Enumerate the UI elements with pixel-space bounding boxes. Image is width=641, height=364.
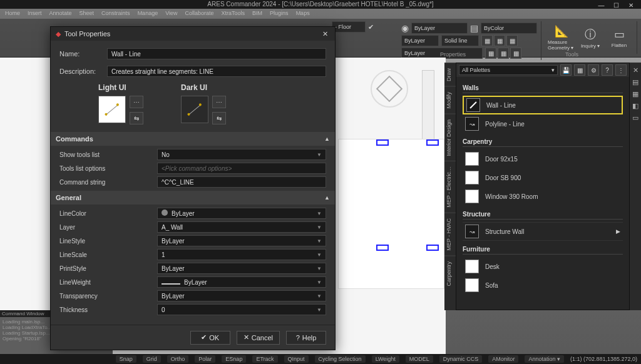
dark-ui-preview[interactable] bbox=[181, 96, 208, 123]
tab-annotate[interactable]: Annotate bbox=[49, 10, 72, 18]
help-button[interactable]: ?Help bbox=[286, 331, 326, 345]
strip-icon-2[interactable]: ▤ bbox=[632, 78, 638, 86]
cancel-button[interactable]: ✕Cancel bbox=[237, 331, 280, 345]
props-btn-3[interactable]: ▦ bbox=[506, 35, 518, 46]
close-icon: ✕ bbox=[244, 333, 249, 341]
sb-esnap[interactable]: ESnap bbox=[222, 355, 246, 363]
props-btn-4[interactable]: ▦ bbox=[485, 48, 496, 59]
strip-icon-4[interactable]: ◧ bbox=[632, 102, 638, 110]
sb-etrack[interactable]: ETrack bbox=[252, 355, 277, 363]
pal-item-wall-line[interactable]: Wall - Line bbox=[463, 96, 623, 114]
printstyle-dropdown[interactable]: ByLayer▼ bbox=[157, 263, 326, 274]
sb-ortho[interactable]: Ortho bbox=[167, 355, 189, 363]
strip-icon-1[interactable]: ✕ bbox=[633, 66, 638, 74]
lineweight-dropdown[interactable]: ByLayer▼ bbox=[157, 276, 326, 288]
sb-amonitor[interactable]: AMonitor bbox=[488, 355, 518, 363]
commands-section-header[interactable]: Commands▲ bbox=[51, 132, 335, 146]
vtab-mep-hvac[interactable]: MEP - HVAC bbox=[444, 213, 456, 256]
window-icon bbox=[465, 190, 479, 203]
flatten-button[interactable]: ▭Flatten bbox=[605, 23, 633, 53]
light-ui-browse-button[interactable]: ⋯ bbox=[130, 96, 143, 108]
view-cube[interactable] bbox=[371, 70, 408, 108]
tab-bim[interactable]: BIM bbox=[252, 10, 262, 18]
linecolor-dropdown[interactable]: ByLayer▼ bbox=[157, 208, 326, 219]
sb-grid[interactable]: Grid bbox=[143, 355, 161, 363]
props-btn-6[interactable]: ▦ bbox=[510, 48, 521, 59]
description-input[interactable]: Creates straight line segments: LINE bbox=[107, 66, 326, 77]
vtab-interior[interactable]: Interior Design bbox=[444, 114, 456, 161]
dark-ui-sync-button[interactable]: ⇆ bbox=[212, 112, 226, 124]
vtab-modify[interactable]: Modify bbox=[444, 86, 456, 114]
pal-item-structure-wall[interactable]: ↝ Structure Wall ▶ bbox=[463, 222, 623, 241]
dark-ui-browse-button[interactable]: ⋯ bbox=[212, 96, 226, 108]
palette-help-button[interactable]: ? bbox=[602, 64, 613, 76]
tab-xtratools[interactable]: XtraTools bbox=[222, 10, 245, 18]
pal-item-door92[interactable]: Door 92x15 bbox=[463, 149, 623, 168]
check-icon: ✔ bbox=[201, 333, 207, 341]
transparency-dropdown[interactable]: ByLayer▼ bbox=[157, 290, 326, 301]
vtab-draw[interactable]: Draw bbox=[444, 63, 456, 86]
flatten-icon: ▭ bbox=[614, 28, 625, 41]
tab-collaborate[interactable]: Collaborate bbox=[185, 10, 214, 18]
bycolor-dropdown[interactable]: ByColor bbox=[481, 23, 537, 34]
bylayer-color-dropdown[interactable]: ByLayer bbox=[411, 23, 468, 34]
props-btn-2[interactable]: ▦ bbox=[494, 35, 505, 46]
sofa-icon bbox=[465, 278, 479, 292]
solidline-dropdown[interactable]: Solid line bbox=[441, 35, 479, 46]
ribbon-group-properties: Properties bbox=[440, 51, 466, 58]
pal-item-polyline[interactable]: ↝ Polyline - Line bbox=[463, 114, 623, 133]
sb-polar[interactable]: Polar bbox=[195, 355, 215, 363]
name-input[interactable]: Wall - Line bbox=[107, 48, 326, 59]
ok-button[interactable]: ✔OK bbox=[190, 331, 230, 345]
show-tools-label: Show tools list bbox=[59, 151, 157, 158]
tab-sheet[interactable]: Sheet bbox=[79, 10, 95, 18]
pal-item-doorsb[interactable]: Door SB 900 bbox=[463, 168, 623, 187]
strip-icon-5[interactable]: ▭ bbox=[632, 114, 638, 122]
layer-dropdown[interactable]: A_ Wall▼ bbox=[157, 221, 326, 233]
floor-dropdown[interactable]: - Floor bbox=[332, 21, 366, 33]
tab-constraints[interactable]: Constraints bbox=[101, 10, 130, 18]
palette-selector[interactable]: All Palettes▾ bbox=[459, 65, 558, 75]
sb-model[interactable]: MODEL bbox=[406, 355, 433, 363]
pal-item-desk[interactable]: Desk bbox=[463, 257, 623, 276]
strip-icon-3[interactable]: ▦ bbox=[632, 90, 638, 98]
palette-save-button[interactable]: 💾 bbox=[560, 64, 572, 76]
tab-manage[interactable]: Manage bbox=[138, 10, 158, 18]
props-btn-5[interactable]: ▦ bbox=[498, 48, 509, 59]
thickness-dropdown[interactable]: 0▼ bbox=[157, 304, 326, 315]
pal-item-window[interactable]: Window 390 Room bbox=[463, 187, 623, 206]
general-section-header[interactable]: General▲ bbox=[51, 191, 335, 205]
sb-cycling[interactable]: Cycling Selection bbox=[315, 355, 366, 363]
door-icon bbox=[465, 152, 479, 166]
tab-insert[interactable]: Insert bbox=[28, 10, 42, 18]
name-label: Name: bbox=[59, 50, 107, 58]
tab-view[interactable]: View bbox=[165, 10, 177, 18]
vtab-mep-electric[interactable]: MEP - Electric… bbox=[444, 161, 456, 213]
linestyle-dropdown[interactable]: ByLayer▼ bbox=[157, 235, 326, 246]
sb-dynccs[interactable]: Dynamic CCS bbox=[439, 355, 483, 363]
props-btn-1[interactable]: ▦ bbox=[481, 35, 493, 46]
vtab-carpentry[interactable]: Carpentry bbox=[444, 256, 456, 291]
tab-plugins[interactable]: Plugins bbox=[270, 10, 289, 18]
inquiry-button[interactable]: ⓘInquiry ▾ bbox=[577, 23, 604, 53]
tab-home[interactable]: Home bbox=[5, 10, 20, 18]
command-string-input[interactable]: ^C^C_LINE bbox=[157, 176, 326, 188]
palette-menu-button[interactable]: ⋮ bbox=[615, 64, 627, 76]
sb-qinput[interactable]: QInput bbox=[284, 355, 309, 363]
pal-item-sofa[interactable]: Sofa bbox=[463, 276, 623, 295]
tab-maps[interactable]: Maps bbox=[296, 10, 310, 18]
light-ui-sync-button[interactable]: ⇆ bbox=[130, 112, 143, 124]
palette-grid-button[interactable]: ▦ bbox=[574, 64, 585, 76]
dialog-titlebar[interactable]: ◆ Tool Properties ✕ bbox=[51, 27, 335, 41]
sb-snap[interactable]: Snap bbox=[116, 355, 136, 363]
sb-lweight[interactable]: LWeight bbox=[372, 355, 399, 363]
linescale-dropdown[interactable]: 1▼ bbox=[157, 249, 326, 260]
light-ui-preview[interactable] bbox=[98, 96, 126, 123]
measure-button[interactable]: 📐Measure Geometry ▾ bbox=[548, 23, 575, 53]
palette-settings-button[interactable]: ⚙ bbox=[588, 64, 599, 76]
show-tools-dropdown[interactable]: No▼ bbox=[157, 149, 326, 160]
transparency-label: Transparency bbox=[59, 293, 157, 300]
close-button[interactable]: ✕ bbox=[320, 29, 330, 39]
sb-annotation[interactable]: Annotation ▾ bbox=[525, 355, 564, 363]
bylayer2-dropdown[interactable]: ByLayer bbox=[401, 35, 439, 46]
